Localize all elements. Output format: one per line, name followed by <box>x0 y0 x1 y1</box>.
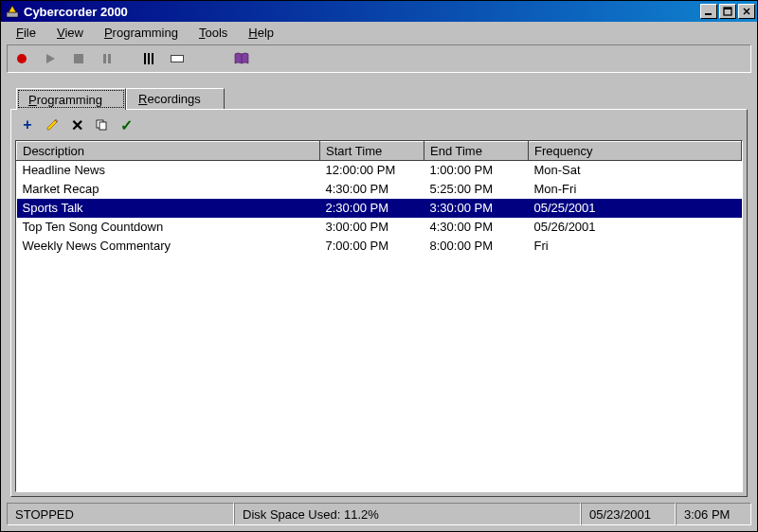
svg-rect-1 <box>705 13 712 15</box>
tab-programming[interactable]: Programming <box>16 88 126 110</box>
pencil-icon[interactable] <box>44 116 61 133</box>
cell-start: 2:30:00 PM <box>320 199 424 218</box>
cell-start: 12:00:00 PM <box>320 161 424 180</box>
menu-view[interactable]: View <box>47 24 93 42</box>
list-table: Description Start Time End Time Frequenc… <box>16 141 742 256</box>
svg-rect-0 <box>7 12 18 17</box>
tabs-area: Programming Recordings + ✕ <box>10 86 748 497</box>
cell-freq: Mon-Fri <box>529 180 742 199</box>
cell-freq: 05/26/2001 <box>529 218 742 237</box>
cell-end: 1:00:00 PM <box>424 161 529 180</box>
minimize-button[interactable] <box>700 4 717 19</box>
cell-start: 7:00:00 PM <box>320 237 424 256</box>
app-icon <box>5 4 20 19</box>
list-toolbar: + ✕ ✓ <box>15 114 743 136</box>
table-row[interactable]: Sports Talk2:30:00 PM3:30:00 PM05/25/200… <box>17 199 742 218</box>
status-time: 3:06 PM <box>676 503 751 525</box>
col-start[interactable]: Start Time <box>320 142 424 161</box>
cell-description: Sports Talk <box>17 199 320 218</box>
maximize-button[interactable] <box>719 4 736 19</box>
menu-tools[interactable]: Tools <box>190 24 237 42</box>
book-icon[interactable] <box>231 48 252 69</box>
mixer-icon[interactable] <box>138 48 159 69</box>
col-end[interactable]: End Time <box>424 142 529 161</box>
tabstrip: Programming Recordings <box>10 86 748 109</box>
x-icon[interactable]: ✕ <box>68 116 85 133</box>
app-window: Cybercorder 2000 File View Programming T… <box>0 0 758 532</box>
main-toolbar <box>7 44 751 73</box>
menu-programming[interactable]: Programming <box>95 24 188 42</box>
table-row[interactable]: Headline News12:00:00 PM1:00:00 PMMon-Sa… <box>17 161 742 180</box>
cell-start: 3:00:00 PM <box>320 218 424 237</box>
cell-start: 4:30:00 PM <box>320 180 424 199</box>
cell-end: 8:00:00 PM <box>424 237 529 256</box>
table-row[interactable]: Market Recap4:30:00 PM5:25:00 PMMon-Fri <box>17 180 742 199</box>
cell-end: 3:30:00 PM <box>424 199 529 218</box>
status-disk: Disk Space Used: 11.2% <box>234 503 581 525</box>
pause-icon[interactable] <box>97 48 117 69</box>
table-row[interactable]: Weekly News Commentary7:00:00 PM8:00:00 … <box>17 237 742 256</box>
tab-panel-programming: + ✕ ✓ <box>10 109 748 497</box>
check-icon[interactable]: ✓ <box>117 116 135 133</box>
col-frequency[interactable]: Frequency <box>529 142 742 161</box>
svg-rect-3 <box>724 8 731 9</box>
plus-icon[interactable]: + <box>19 116 36 133</box>
close-button[interactable] <box>738 4 755 19</box>
menu-file[interactable]: File <box>7 24 45 42</box>
cell-description: Top Ten Song Countdown <box>17 218 320 237</box>
programming-list: Description Start Time End Time Frequenc… <box>15 140 743 492</box>
cell-freq: Fri <box>529 237 742 256</box>
status-state: STOPPED <box>7 503 234 525</box>
cell-description: Market Recap <box>17 180 320 199</box>
titlebar[interactable]: Cybercorder 2000 <box>1 1 757 22</box>
column-headers[interactable]: Description Start Time End Time Frequenc… <box>17 142 742 161</box>
stop-icon[interactable] <box>68 48 89 69</box>
cell-freq: Mon-Sat <box>529 161 742 180</box>
col-description[interactable]: Description <box>17 142 320 161</box>
cell-end: 4:30:00 PM <box>424 218 529 237</box>
status-date: 05/23/2001 <box>581 503 676 525</box>
cell-description: Weekly News Commentary <box>17 237 320 256</box>
cell-freq: 05/25/2001 <box>529 199 742 218</box>
window-title: Cybercorder 2000 <box>24 5 698 19</box>
record-icon[interactable] <box>11 48 32 69</box>
menubar: File View Programming Tools Help <box>1 22 757 43</box>
cell-description: Headline News <box>17 161 320 180</box>
tab-recordings[interactable]: Recordings <box>126 88 225 109</box>
play-icon[interactable] <box>40 48 61 69</box>
cell-end: 5:25:00 PM <box>424 180 529 199</box>
copy-icon[interactable] <box>93 116 110 133</box>
statusbar: STOPPED Disk Space Used: 11.2% 05/23/200… <box>7 503 751 525</box>
output-icon[interactable] <box>167 48 188 69</box>
menu-help[interactable]: Help <box>239 24 283 42</box>
svg-rect-5 <box>99 122 106 130</box>
table-row[interactable]: Top Ten Song Countdown3:00:00 PM4:30:00 … <box>17 218 742 237</box>
